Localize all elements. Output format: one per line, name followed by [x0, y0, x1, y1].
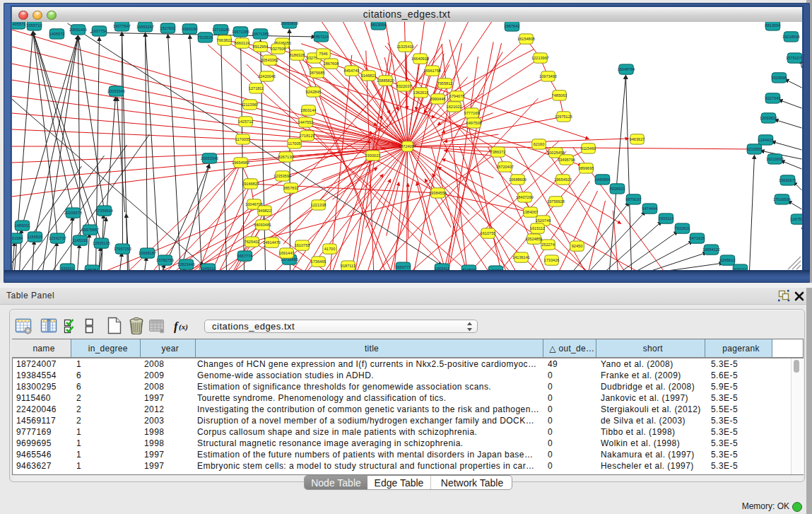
- svg-text:1271811: 1271811: [248, 86, 263, 90]
- svg-text:7546: 7546: [319, 52, 327, 56]
- svg-text:41700: 41700: [324, 247, 335, 251]
- svg-text:54093481: 54093481: [254, 223, 271, 227]
- svg-text:8660124: 8660124: [234, 41, 249, 45]
- svg-text:12113967: 12113967: [241, 103, 258, 107]
- svg-text:1520746: 1520746: [535, 218, 551, 223]
- svg-text:14136141: 14136141: [512, 255, 530, 259]
- svg-text:9650777: 9650777: [395, 265, 411, 269]
- svg-text:2933114: 2933114: [658, 216, 673, 221]
- svg-text:1405571: 1405571: [12, 22, 25, 26]
- svg-text:17957253: 17957253: [114, 247, 131, 251]
- svg-text:19218906: 19218906: [782, 35, 800, 39]
- svg-text:1170055: 1170055: [235, 137, 249, 141]
- svg-text:13495794: 13495794: [558, 158, 575, 162]
- svg-text:2687642: 2687642: [504, 24, 519, 28]
- svg-text:19654923: 19654923: [554, 177, 572, 182]
- svg-text:252274: 252274: [541, 243, 555, 247]
- svg-text:1221338: 1221338: [310, 203, 326, 207]
- svg-text:19377547: 19377547: [113, 24, 131, 28]
- svg-text:976101: 976101: [734, 267, 747, 270]
- svg-text:7625402: 7625402: [244, 240, 259, 244]
- svg-text:1244415: 1244415: [758, 138, 773, 142]
- svg-text:1527602: 1527602: [160, 26, 175, 30]
- svg-text:3215955: 3215955: [746, 147, 762, 151]
- svg-text:824509: 824509: [462, 268, 476, 270]
- svg-text:185051: 185051: [86, 268, 99, 270]
- svg-text:7955812: 7955812: [437, 81, 452, 86]
- svg-text:0899695: 0899695: [578, 166, 594, 170]
- svg-text:10973493: 10973493: [539, 74, 557, 78]
- svg-text:8813054: 8813054: [370, 23, 386, 27]
- svg-text:3875685: 3875685: [309, 71, 324, 75]
- svg-text:7485063: 7485063: [551, 93, 567, 98]
- svg-text:12823446: 12823446: [177, 262, 195, 267]
- svg-text:17016504: 17016504: [773, 197, 791, 201]
- svg-text:1440954: 1440954: [594, 177, 610, 182]
- svg-text:15692971: 15692971: [779, 178, 796, 182]
- svg-text:1391584: 1391584: [12, 236, 23, 240]
- svg-text:6879197: 6879197: [625, 197, 641, 201]
- svg-text:16210693: 16210693: [766, 157, 784, 161]
- svg-text:8938923: 8938923: [609, 187, 625, 191]
- svg-text:10654122: 10654122: [702, 247, 720, 252]
- svg-text:15885820: 15885820: [377, 78, 394, 83]
- svg-text:9463627: 9463627: [629, 137, 645, 141]
- svg-text:9245012: 9245012: [200, 267, 216, 270]
- svg-text:17359924: 17359924: [95, 209, 113, 213]
- svg-text:8990448: 8990448: [430, 97, 445, 101]
- svg-text:2803144: 2803144: [300, 108, 316, 112]
- svg-text:8454749: 8454749: [343, 69, 359, 73]
- svg-text:10025458: 10025458: [547, 151, 565, 155]
- svg-text:10653267: 10653267: [136, 25, 154, 29]
- svg-text:18724007: 18724007: [399, 144, 416, 148]
- svg-text:1937754: 1937754: [91, 29, 107, 33]
- svg-text:16640910: 16640910: [411, 57, 429, 61]
- svg-text:1485051: 1485051: [14, 223, 30, 228]
- svg-text:9146821: 9146821: [360, 74, 376, 78]
- svg-text:19654982: 19654982: [232, 160, 249, 165]
- svg-text:20053346: 20053346: [107, 89, 125, 93]
- svg-text:2867608: 2867608: [323, 62, 339, 66]
- svg-text:1425712: 1425712: [237, 119, 253, 124]
- svg-text:1621022: 1621022: [446, 105, 461, 109]
- svg-text:15751074: 15751074: [786, 56, 802, 60]
- svg-text:10958187: 10958187: [139, 251, 156, 255]
- svg-text:7663822: 7663822: [216, 38, 232, 42]
- svg-text:117005: 117005: [288, 141, 300, 146]
- svg-text:9187113: 9187113: [340, 264, 355, 268]
- svg-text:7632621: 7632621: [674, 226, 690, 230]
- svg-text:12093822: 12093822: [760, 116, 777, 120]
- svg-text:19756928: 19756928: [547, 199, 565, 204]
- svg-text:9657774: 9657774: [237, 254, 252, 258]
- svg-text:1384067: 1384067: [522, 210, 538, 214]
- svg-text:1065411: 1065411: [434, 267, 449, 270]
- svg-text:1930023: 1930023: [365, 153, 380, 158]
- svg-text:1615112: 1615112: [529, 226, 544, 230]
- svg-text:20053346: 20053346: [201, 156, 218, 160]
- svg-text:1610755: 1610755: [480, 231, 495, 235]
- svg-text:12505135: 12505135: [93, 241, 110, 245]
- svg-text:1610755: 1610755: [294, 243, 310, 247]
- svg-text:6497508: 6497508: [466, 121, 481, 125]
- svg-text:6794078: 6794078: [449, 94, 464, 98]
- svg-text:12353594: 12353594: [273, 174, 291, 178]
- svg-text:1145191: 1145191: [72, 238, 87, 243]
- svg-text:16053809: 16053809: [281, 22, 298, 25]
- svg-text:20691406: 20691406: [69, 28, 87, 32]
- svg-text:1733426: 1733426: [543, 258, 559, 262]
- svg-text:14914479: 14914479: [263, 240, 281, 245]
- svg-text:7386372: 7386372: [490, 150, 505, 154]
- svg-text:9777169: 9777169: [464, 111, 479, 115]
- svg-text:1405572: 1405572: [49, 32, 64, 36]
- svg-text:9227343: 9227343: [765, 96, 780, 100]
- svg-text:15720407: 15720407: [496, 165, 514, 169]
- svg-text:12975125: 12975125: [555, 115, 572, 119]
- svg-text:1447552: 1447552: [298, 120, 313, 124]
- svg-text:10543362: 10543362: [261, 58, 278, 62]
- svg-text:6966160: 6966160: [182, 27, 197, 31]
- svg-text:7515526: 7515526: [197, 35, 213, 40]
- svg-text:62160: 62160: [533, 142, 544, 146]
- svg-text:9329996: 9329996: [771, 76, 787, 80]
- svg-text:11325419: 11325419: [396, 45, 413, 49]
- svg-text:1362615: 1362615: [413, 90, 428, 95]
